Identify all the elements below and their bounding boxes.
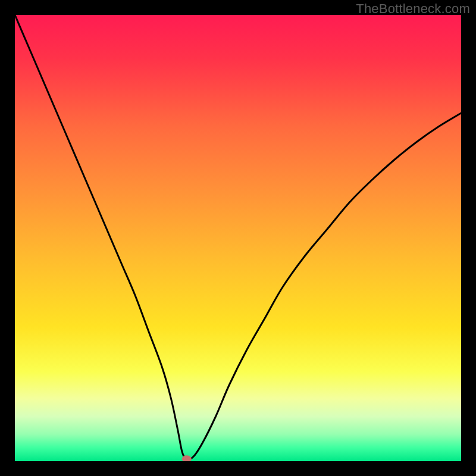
chart-plot <box>15 15 461 461</box>
watermark-text: TheBottleneck.com <box>356 1 470 17</box>
chart-frame <box>15 15 461 461</box>
gradient-background <box>15 15 461 461</box>
